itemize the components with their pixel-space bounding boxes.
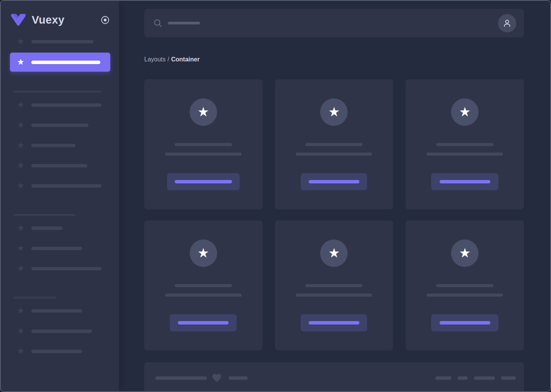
sidebar-item-active[interactable]: ★ xyxy=(10,53,110,72)
star-icon: ★ xyxy=(16,58,25,67)
sidebar-item[interactable]: ★ xyxy=(16,100,110,109)
star-icon: ★ xyxy=(16,264,25,273)
card-action-button[interactable] xyxy=(301,173,367,190)
sidebar-item[interactable]: ★ xyxy=(16,161,110,170)
sidebar-header: Vuexy xyxy=(1,1,119,26)
sidebar-item[interactable]: ★ xyxy=(16,306,110,315)
menu-label-placeholder xyxy=(31,61,100,64)
star-icon: ★ xyxy=(459,246,470,260)
button-label-placeholder xyxy=(309,180,359,183)
card-title-placeholder xyxy=(175,284,232,287)
star-icon: ★ xyxy=(198,105,209,119)
star-icon: ★ xyxy=(16,326,25,336)
star-icon: ★ xyxy=(16,306,25,315)
star-icon: ★ xyxy=(16,100,25,109)
button-label-placeholder xyxy=(178,321,229,325)
placeholder-card: ★ xyxy=(275,79,393,209)
star-icon: ★ xyxy=(16,161,25,170)
card-title-placeholder xyxy=(436,284,493,287)
card-text-placeholder xyxy=(165,294,242,297)
button-label-placeholder xyxy=(440,321,490,325)
star-icon: ★ xyxy=(16,223,25,233)
heart-icon[interactable] xyxy=(211,373,222,383)
star-icon: ★ xyxy=(198,246,209,260)
footer-row xyxy=(155,374,516,382)
card-avatar: ★ xyxy=(320,98,348,126)
placeholder-card: ★ xyxy=(275,220,393,350)
card-avatar: ★ xyxy=(451,239,478,267)
card-action-button[interactable] xyxy=(301,314,367,331)
search-icon xyxy=(153,19,163,28)
card-action-button[interactable] xyxy=(431,314,498,331)
sidebar-item[interactable]: ★ xyxy=(16,181,110,190)
breadcrumb-parent[interactable]: Layouts xyxy=(144,56,166,63)
star-icon: ★ xyxy=(16,347,25,356)
card-title-placeholder xyxy=(175,143,232,146)
menu-label-placeholder xyxy=(31,184,102,188)
menu-label-placeholder xyxy=(31,103,102,107)
breadcrumb: Layouts/Container xyxy=(144,56,524,63)
placeholder-card: ★ xyxy=(406,79,524,209)
star-icon: ★ xyxy=(328,105,340,119)
card-title-placeholder xyxy=(305,284,362,287)
sidebar-item[interactable]: ★ xyxy=(16,244,110,253)
menu-pin-toggle[interactable] xyxy=(100,15,110,25)
sidebar-item[interactable]: ★ xyxy=(16,141,110,150)
star-icon: ★ xyxy=(16,244,25,253)
sidebar-item[interactable]: ★ xyxy=(16,347,110,356)
card-action-button[interactable] xyxy=(431,173,498,190)
brand-name: Vuexy xyxy=(32,14,64,26)
menu-label-placeholder xyxy=(31,144,76,147)
menu-label-placeholder xyxy=(31,247,82,250)
card-text-placeholder xyxy=(296,294,372,297)
sidebar-item[interactable]: ★ xyxy=(16,37,110,46)
breadcrumb-separator: / xyxy=(168,56,169,63)
brand-logo-link[interactable]: Vuexy xyxy=(10,13,100,26)
sidebar-item[interactable]: ★ xyxy=(16,223,110,233)
placeholder-card: ★ xyxy=(144,79,263,209)
star-icon: ★ xyxy=(328,246,340,260)
menu-section-header-placeholder xyxy=(13,297,56,299)
footer-text-placeholder xyxy=(229,376,248,380)
sidebar-item[interactable]: ★ xyxy=(16,264,110,273)
button-label-placeholder xyxy=(440,180,490,183)
radio-circle-icon xyxy=(100,15,110,25)
footer-link-placeholder xyxy=(501,376,516,380)
menu-section-header-placeholder xyxy=(13,91,102,93)
menu-section-header-placeholder xyxy=(13,214,76,216)
card-text-placeholder xyxy=(165,153,242,156)
footer-card xyxy=(144,362,524,391)
menu-label-placeholder xyxy=(31,329,92,333)
placeholder-card: ★ xyxy=(144,220,263,350)
sidebar: Vuexy ★ ★ ★ xyxy=(1,1,119,391)
card-text-placeholder xyxy=(427,153,503,156)
footer-link-placeholder xyxy=(474,376,495,380)
card-avatar: ★ xyxy=(320,239,348,267)
user-avatar-button[interactable] xyxy=(498,14,516,32)
star-icon: ★ xyxy=(459,105,470,119)
button-label-placeholder xyxy=(309,321,359,325)
search-bar[interactable] xyxy=(144,9,524,37)
menu-label-placeholder xyxy=(31,267,102,270)
sidebar-menu: ★ ★ ★ ★ ★ ★ xyxy=(1,37,119,356)
menu-label-placeholder xyxy=(31,227,63,230)
card-avatar: ★ xyxy=(190,98,217,126)
footer-link-placeholder xyxy=(435,376,451,380)
card-action-button[interactable] xyxy=(167,173,240,190)
placeholder-card: ★ xyxy=(406,220,524,350)
sidebar-item[interactable]: ★ xyxy=(16,120,110,130)
card-title-placeholder xyxy=(436,143,493,146)
person-icon xyxy=(502,18,512,28)
footer-links-group xyxy=(435,376,516,380)
star-icon: ★ xyxy=(16,120,25,130)
card-text-placeholder xyxy=(296,153,372,156)
card-grid: ★ ★ ★ xyxy=(144,79,524,350)
vuexy-logo-icon xyxy=(10,13,27,26)
sidebar-item[interactable]: ★ xyxy=(16,326,110,336)
app-window: Vuexy ★ ★ ★ xyxy=(0,0,551,392)
footer-link-placeholder xyxy=(458,376,468,380)
menu-label-placeholder xyxy=(31,124,89,127)
star-icon: ★ xyxy=(16,37,25,46)
card-action-button[interactable] xyxy=(170,314,237,331)
menu-label-placeholder xyxy=(31,350,82,353)
